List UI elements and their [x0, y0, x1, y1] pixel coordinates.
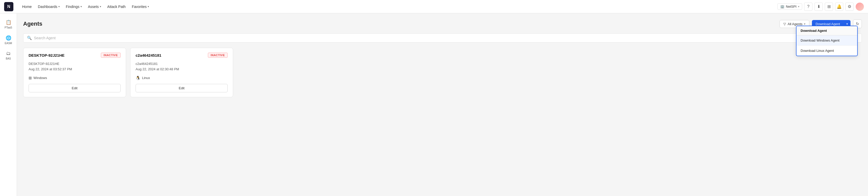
- settings-icon-button[interactable]: ⚙: [845, 3, 854, 11]
- nav-attack-path[interactable]: Attack Path: [105, 3, 128, 10]
- agent-date: Aug 22, 2024 at 03:52:37 PM: [29, 67, 121, 72]
- nav-favorites[interactable]: Favorites ▾: [129, 3, 152, 10]
- nav-assets[interactable]: Assets ▾: [85, 3, 104, 10]
- ptaas-icon: 📋: [6, 19, 11, 25]
- chevron-down-icon: ▾: [804, 22, 805, 26]
- chevron-down-icon: ▾: [58, 5, 60, 8]
- tenant-selector[interactable]: 🏢 NetSPI ▾: [777, 3, 802, 10]
- download-windows-agent-item[interactable]: Download Windows Agent: [797, 35, 857, 46]
- agent-card-0: DESKTOP-92J21HE INACTIVE DESKTOP-92J21HE…: [23, 48, 126, 97]
- os-label: Windows: [33, 76, 47, 80]
- help-icon-button[interactable]: ?: [804, 3, 812, 11]
- agent-edit-button[interactable]: Edit: [135, 84, 228, 92]
- filter-icon: ▽: [783, 22, 786, 26]
- nav-links: Home Dashboards ▾ Findings ▾ Assets ▾ At…: [20, 3, 777, 10]
- nav-home[interactable]: Home: [20, 3, 34, 10]
- nav-right: 🏢 NetSPI ▾ ? ⬇ ⊞ 🔔 ⚙: [777, 3, 864, 11]
- download-agent-dropdown: Download Agent Download Windows Agent Do…: [796, 26, 858, 56]
- page-header: Agents ▽ All Agents ▾ Download Agent ▾ ↻: [23, 19, 862, 28]
- card-header: c2a464245181 INACTIVE: [135, 52, 228, 58]
- agent-name: c2a464245181: [135, 53, 161, 57]
- page-title: Agents: [23, 21, 42, 27]
- easm-icon: 🌐: [6, 35, 11, 41]
- agent-name: DESKTOP-92J21HE: [29, 53, 65, 57]
- chevron-down-icon: ▾: [798, 5, 799, 8]
- agent-date: Aug 22, 2024 at 02:30:48 PM: [135, 67, 228, 72]
- agent-details: DESKTOP-92J21HE Aug 22, 2024 at 03:52:37…: [29, 61, 121, 72]
- download-icon-button[interactable]: ⬇: [814, 3, 823, 11]
- status-badge: INACTIVE: [101, 52, 121, 58]
- sidebar-item-bas[interactable]: 🗂 BAS: [1, 49, 16, 62]
- top-navigation: N Home Dashboards ▾ Findings ▾ Assets ▾ …: [0, 0, 868, 13]
- nav-dashboards[interactable]: Dashboards ▾: [35, 3, 62, 10]
- bas-icon: 🗂: [6, 51, 11, 56]
- agent-edit-button[interactable]: Edit: [29, 84, 121, 92]
- sidebar-item-easm[interactable]: 🌐 EASM: [1, 33, 16, 47]
- sidebar-item-ptaas[interactable]: 📋 PTaaS: [1, 17, 16, 31]
- search-icon: 🔍: [27, 36, 32, 40]
- agent-os: ⊞ Windows: [29, 76, 121, 80]
- os-label: Linux: [142, 76, 150, 80]
- chevron-down-icon: ▾: [81, 5, 82, 8]
- linux-icon: 🐧: [135, 76, 141, 80]
- sidebar: 📋 PTaaS 🌐 EASM 🗂 BAS: [0, 13, 17, 196]
- search-input[interactable]: [34, 36, 858, 40]
- app-logo[interactable]: N: [4, 2, 13, 11]
- dropdown-title: Download Agent: [797, 26, 857, 35]
- status-badge: INACTIVE: [208, 52, 228, 58]
- bell-icon-button[interactable]: 🔔: [835, 3, 843, 11]
- chevron-down-icon: ▾: [148, 5, 149, 8]
- chevron-down-icon: ▾: [100, 5, 101, 8]
- main-content: Agents ▽ All Agents ▾ Download Agent ▾ ↻…: [17, 13, 868, 196]
- agent-hostname: c2a464245181: [135, 61, 228, 67]
- search-bar: 🔍: [23, 33, 862, 43]
- agent-details: c2a464245181 Aug 22, 2024 at 02:30:48 PM: [135, 61, 228, 72]
- agent-os: 🐧 Linux: [135, 76, 228, 80]
- card-header: DESKTOP-92J21HE INACTIVE: [29, 52, 121, 58]
- download-linux-agent-item[interactable]: Download Linux Agent: [797, 46, 857, 56]
- agents-grid: DESKTOP-92J21HE INACTIVE DESKTOP-92J21HE…: [23, 48, 862, 97]
- windows-icon: ⊞: [29, 76, 32, 80]
- agent-hostname: DESKTOP-92J21HE: [29, 61, 121, 67]
- grid-icon-button[interactable]: ⊞: [825, 3, 833, 11]
- user-avatar[interactable]: [856, 3, 864, 11]
- nav-findings[interactable]: Findings ▾: [63, 3, 84, 10]
- agent-card-1: c2a464245181 INACTIVE c2a464245181 Aug 2…: [130, 48, 233, 97]
